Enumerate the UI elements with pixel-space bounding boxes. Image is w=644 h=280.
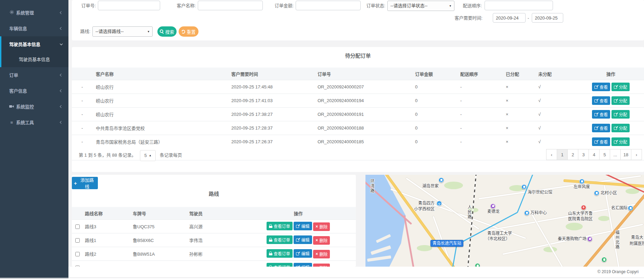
order-row: - 崂山农行 2020-09-25 17:38:27 OR_2020092400… (72, 108, 644, 121)
delete-route-button[interactable]: ×删除 (313, 264, 330, 267)
route-row-checkbox[interactable] (75, 252, 80, 256)
routes-table: 路线名称 车牌号 驾驶员 操作 路线3 鲁UQC375 高兴源 查看订单 编辑 … (72, 207, 356, 267)
edit-icon (594, 112, 598, 116)
page-next-button[interactable]: › (631, 149, 642, 160)
view-order-button[interactable]: 查看 (592, 137, 610, 146)
page-button[interactable]: 5 (599, 149, 610, 160)
col-amount: 订单金额 (405, 68, 450, 80)
sidebar-subitem-driver-info[interactable]: 驾驶员基本信息 (1, 52, 68, 67)
shopping-icon[interactable] (490, 204, 495, 209)
menu-list-icon: ≡ (9, 115, 14, 131)
sidebar-item-customer-info[interactable]: 客户信息 (0, 83, 68, 99)
map-park (444, 182, 463, 189)
page-button[interactable]: 3 (578, 149, 589, 160)
page-button[interactable]: 18 (620, 149, 631, 160)
delete-route-button[interactable]: ×删除 (313, 250, 330, 258)
route-name-cell: 路线3 (85, 220, 133, 233)
page-button[interactable]: 2 (567, 149, 578, 160)
metro-station-icon[interactable] (521, 184, 527, 190)
route-select[interactable]: --请选择路线-- ▼ (92, 26, 153, 37)
col-customer: 客户名称 (86, 68, 221, 80)
map-label: 附属医院 (630, 241, 644, 246)
road (406, 178, 479, 230)
page-button[interactable]: 1 (557, 149, 568, 160)
edit-route-button[interactable]: 编辑 (294, 235, 312, 244)
delivery-seq-input[interactable] (485, 1, 553, 10)
route-row: 路线3 鲁UQC375 高兴源 查看订单 编辑 ×删除 (72, 220, 356, 233)
chevron-left-icon (60, 89, 63, 92)
close-icon: × (315, 224, 318, 229)
col-need-time: 客户需要时间 (221, 68, 307, 80)
bus-station-badge[interactable]: 青岛长途汽车站 (430, 240, 463, 247)
search-button[interactable]: 搜索 (157, 26, 177, 37)
assign-order-button[interactable]: 分配 (611, 110, 630, 119)
routes-panel-title: 路线 (72, 190, 356, 197)
view-route-orders-button[interactable]: 查看订单 (267, 235, 293, 244)
delete-route-button[interactable]: ×删除 (313, 222, 330, 231)
map[interactable]: 环湾路 湖岛世家 海尔世纪公馆 左岸风度 北村小区 青岛四方 小学西校区 人民路… (365, 175, 644, 267)
route-row-checkbox[interactable] (75, 224, 80, 229)
sidebar-item-driver-info[interactable]: 驾驶员基本信息 (1, 36, 68, 52)
edit-icon (296, 238, 300, 242)
add-route-button[interactable]: +添加路线 (72, 177, 98, 189)
view-route-orders-button[interactable]: 查看订单 (267, 249, 293, 258)
transit-icon[interactable] (602, 257, 607, 262)
page-button[interactable]: 4 (589, 149, 600, 160)
order-status-select[interactable]: --请选择订单状态-- ▼ (387, 1, 454, 11)
route-row-checkbox[interactable] (75, 266, 80, 267)
sidebar-item-system-manage[interactable]: 系统管理 (0, 5, 68, 21)
view-order-button[interactable]: 查看 (592, 83, 610, 91)
map-label: 左岸风度 (574, 184, 590, 189)
page-prev-button[interactable]: ‹ (546, 149, 557, 160)
metro-station-icon[interactable] (628, 206, 633, 211)
need-time-to-input[interactable] (532, 13, 563, 23)
edit-icon (614, 126, 618, 130)
main-road (583, 194, 644, 267)
sidebar-active-section: 驾驶员基本信息 驾驶员基本信息 (0, 36, 68, 67)
need-time-from-input[interactable] (493, 13, 526, 23)
assign-order-button[interactable]: 分配 (611, 96, 630, 105)
transit-icon[interactable] (475, 263, 480, 267)
route-row-checkbox[interactable] (75, 238, 80, 243)
view-order-button[interactable]: 查看 (592, 96, 610, 105)
page-bottom-divider (0, 278, 644, 278)
metro-station-icon[interactable] (524, 210, 529, 216)
lock-icon (269, 265, 272, 267)
view-route-orders-button[interactable]: 查看订单 (267, 263, 293, 267)
close-icon: × (315, 238, 318, 242)
view-order-button[interactable]: 查看 (592, 124, 610, 132)
school-icon[interactable] (437, 201, 442, 206)
metro-line (452, 245, 457, 267)
order-no-input[interactable] (98, 1, 160, 10)
metro-station-icon[interactable] (579, 179, 584, 184)
view-order-button[interactable]: 查看 (592, 110, 610, 119)
sidebar: 系统管理 车辆信息 驾驶员基本信息 驾驶员基本信息 订单 客户信息 (0, 0, 68, 278)
map-label: 青岛大 (631, 235, 643, 240)
delete-route-button[interactable]: ×删除 (313, 236, 330, 245)
edit-route-button[interactable]: 编辑 (294, 249, 312, 258)
reset-button[interactable]: 重置 (179, 26, 198, 37)
hospital-icon[interactable] (581, 205, 586, 210)
assign-order-button[interactable]: 分配 (611, 124, 630, 132)
metro-station-icon[interactable] (439, 178, 444, 183)
order-amount-input[interactable] (296, 1, 361, 10)
customer-name-input[interactable] (198, 1, 263, 10)
assign-order-button[interactable]: 分配 (611, 83, 630, 91)
assign-order-button[interactable]: 分配 (611, 137, 630, 146)
sidebar-item-label: 系统管理 (16, 10, 34, 15)
edit-route-button[interactable]: 编辑 (294, 263, 312, 267)
lock-icon (269, 238, 272, 242)
metro-station-icon[interactable] (594, 191, 599, 196)
view-route-orders-button[interactable]: 查看订单 (267, 222, 293, 230)
sidebar-item-system-tools[interactable]: ≡系统工具 (0, 114, 68, 130)
sidebar-item-vehicle-info[interactable]: 车辆信息 (0, 21, 68, 36)
edit-route-button[interactable]: 编辑 (294, 222, 312, 230)
sidebar-item-orders[interactable]: 订单 (0, 67, 68, 83)
map-park (598, 216, 610, 221)
search-icon (160, 29, 164, 34)
sidebar-item-system-monitor[interactable]: 系统监控 (0, 99, 68, 114)
page-size-select[interactable]: 5 ▲ (140, 150, 156, 161)
driver-cell: 高兴源 (189, 220, 241, 233)
map-label: 山东大学齐鲁 (568, 211, 593, 216)
shopping-icon[interactable] (587, 236, 592, 242)
